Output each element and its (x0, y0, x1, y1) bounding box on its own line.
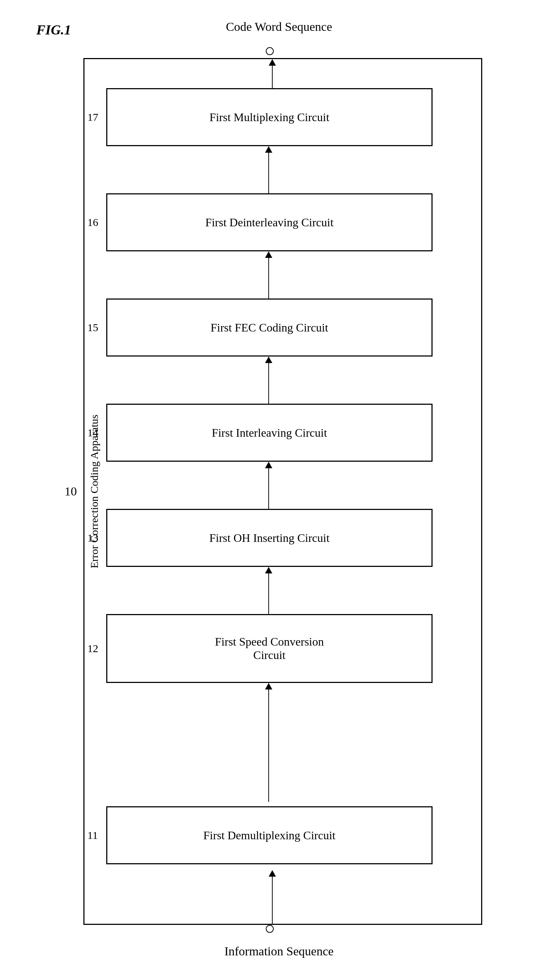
block-13: 13 First OH Inserting Circuit (106, 509, 433, 567)
arrow-15-16-head (265, 251, 272, 258)
arrow-12-13-line (268, 573, 269, 614)
arrow-12-13 (265, 567, 272, 614)
block-17: 17 First Multiplexing Circuit (106, 88, 433, 146)
block-16: 16 First Deinterleaving Circuit (106, 193, 433, 251)
bottom-circle (266, 925, 274, 933)
block-13-number: 13 (87, 532, 98, 544)
arrow-15-16-line (268, 258, 269, 299)
block-11: 11 First Demultiplexing Circuit (106, 806, 433, 864)
block-16-label: First Deinterleaving Circuit (205, 216, 333, 229)
block-17-label: First Multiplexing Circuit (210, 111, 330, 124)
block-12-label: First Speed Conversion Circuit (215, 635, 324, 662)
arrow-16-17-line (268, 153, 269, 193)
arrow-16-17 (265, 146, 272, 193)
arrow-13-14 (265, 462, 272, 509)
arrow-13-14-line (268, 468, 269, 509)
block-11-label: First Demultiplexing Circuit (204, 829, 335, 842)
arrow-16-17-head (265, 146, 272, 153)
block-15-number: 15 (87, 321, 98, 334)
arrow-13-14-head (265, 462, 272, 468)
block-12-label-line2: Circuit (253, 648, 286, 662)
outer-box: Error Correction Coding Apparatus 10 17 … (84, 58, 482, 925)
block-15: 15 First FEC Coding Circuit (106, 299, 433, 356)
block-14-number: 14 (87, 427, 98, 439)
arrow-11-12-line (268, 689, 269, 802)
arrow-12-13-head (265, 567, 272, 573)
bottom-enter-arrowhead (269, 870, 276, 877)
arrow-14-15-head (265, 356, 272, 363)
arrow-14-15 (265, 356, 272, 404)
top-label: Code Word Sequence (226, 20, 332, 34)
block-17-number: 17 (87, 111, 98, 123)
apparatus-number: 10 (64, 484, 77, 498)
top-exit-arrowhead (269, 59, 276, 66)
block-13-label: First OH Inserting Circuit (209, 531, 330, 545)
arrow-15-16 (265, 251, 272, 299)
block-14-label: First Interleaving Circuit (212, 426, 327, 440)
bottom-enter-arrow (269, 870, 276, 924)
arrow-14-15-line (268, 363, 269, 404)
page: FIG.1 Code Word Sequence Information Seq… (0, 0, 558, 980)
block-14: 14 First Interleaving Circuit (106, 404, 433, 462)
bottom-enter-line (272, 877, 272, 924)
arrow-11-12-head (265, 683, 272, 689)
top-circle (266, 47, 274, 55)
block-16-number: 16 (87, 216, 98, 228)
block-12: 12 First Speed Conversion Circuit (106, 614, 433, 683)
arrow-11-12 (265, 683, 272, 802)
block-12-label-line1: First Speed Conversion (215, 635, 324, 648)
fig-label: FIG.1 (36, 22, 71, 38)
bottom-label: Information Sequence (225, 944, 333, 958)
block-12-number: 12 (87, 642, 98, 655)
block-15-label: First FEC Coding Circuit (211, 321, 328, 335)
block-11-number: 11 (87, 829, 98, 841)
